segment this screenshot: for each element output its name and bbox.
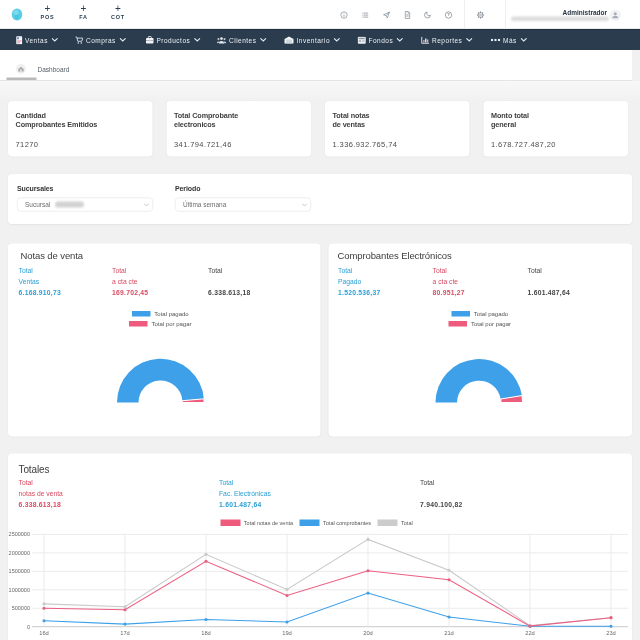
- svg-text:18d: 18d: [201, 630, 211, 636]
- svg-text:23d: 23d: [606, 630, 616, 636]
- svg-text:500000: 500000: [12, 605, 30, 611]
- svg-text:16d: 16d: [39, 630, 49, 636]
- svg-text:0: 0: [27, 624, 30, 630]
- svg-text:20d: 20d: [363, 630, 373, 636]
- svg-text:19d: 19d: [282, 630, 292, 636]
- svg-text:21d: 21d: [444, 630, 454, 636]
- svg-text:2500000: 2500000: [9, 531, 30, 537]
- svg-text:22d: 22d: [525, 630, 535, 636]
- svg-text:17d: 17d: [120, 630, 130, 636]
- svg-text:2000000: 2000000: [9, 550, 30, 556]
- svg-text:1500000: 1500000: [9, 568, 30, 574]
- svg-text:?: ?: [447, 12, 450, 17]
- svg-text:1000000: 1000000: [9, 587, 30, 593]
